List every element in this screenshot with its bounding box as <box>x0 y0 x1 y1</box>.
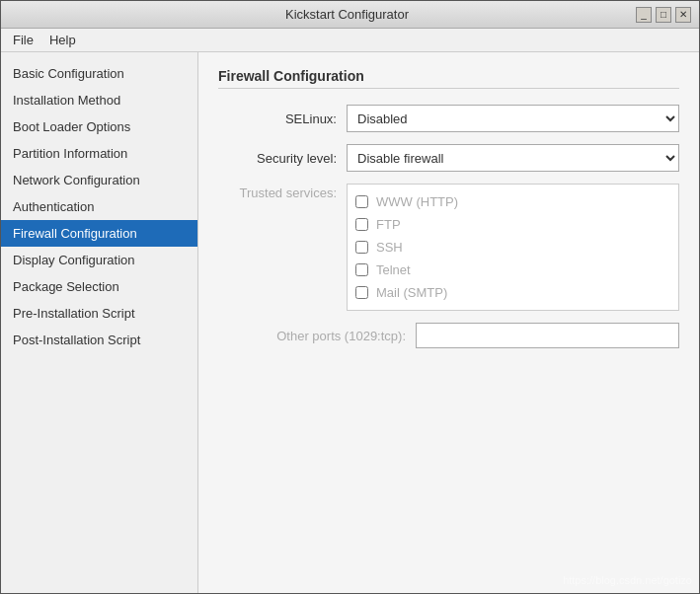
sidebar-item-post-installation-script[interactable]: Post-Installation Script <box>1 327 197 353</box>
menu-file[interactable]: File <box>5 31 41 49</box>
service-telnet: Telnet <box>355 259 670 281</box>
sidebar-item-display-configuration[interactable]: Display Configuration <box>1 247 197 273</box>
service-ftp: FTP <box>355 213 670 236</box>
service-www-label: WWW (HTTP) <box>376 194 458 209</box>
service-www-checkbox[interactable] <box>355 195 368 208</box>
close-button[interactable]: ✕ <box>675 7 691 23</box>
service-mail-label: Mail (SMTP) <box>376 285 447 300</box>
sidebar-item-package-selection[interactable]: Package Selection <box>1 273 197 300</box>
sidebar-item-basic-configuration[interactable]: Basic Configuration <box>1 60 197 87</box>
service-ssh-checkbox[interactable] <box>355 241 368 254</box>
security-level-select[interactable]: Disable firewall Enable firewall No fire… <box>347 144 679 172</box>
security-level-label: Security level: <box>218 151 347 166</box>
content-area: Basic Configuration Installation Method … <box>1 52 699 593</box>
title-bar: Kickstart Configurator _ □ ✕ <box>1 1 699 29</box>
sidebar-item-authentication[interactable]: Authentication <box>1 193 197 220</box>
selinux-row: SELinux: Disabled Enforcing Permissive <box>218 105 679 132</box>
service-ssh: SSH <box>355 236 670 259</box>
maximize-button[interactable]: □ <box>656 7 671 23</box>
main-window: Kickstart Configurator _ □ ✕ File Help B… <box>0 0 700 594</box>
other-ports-row: Other ports (1029:tcp): <box>218 323 679 348</box>
main-panel: Firewall Configuration SELinux: Disabled… <box>198 52 699 593</box>
selinux-label: SELinux: <box>218 111 347 126</box>
sidebar-item-pre-installation-script[interactable]: Pre-Installation Script <box>1 300 197 327</box>
other-ports-input[interactable] <box>416 323 679 348</box>
service-ssh-label: SSH <box>376 240 403 255</box>
sidebar-item-firewall-configuration[interactable]: Firewall Configuration <box>1 220 197 247</box>
section-title: Firewall Configuration <box>218 68 679 89</box>
window-title: Kickstart Configurator <box>58 7 636 22</box>
selinux-control: Disabled Enforcing Permissive <box>347 105 679 132</box>
sidebar-item-boot-loader-options[interactable]: Boot Loader Options <box>1 113 197 140</box>
security-level-control: Disable firewall Enable firewall No fire… <box>347 144 679 172</box>
service-telnet-checkbox[interactable] <box>355 263 368 276</box>
sidebar-item-partition-information[interactable]: Partition Information <box>1 140 197 167</box>
security-level-row: Security level: Disable firewall Enable … <box>218 144 679 172</box>
service-ftp-label: FTP <box>376 217 401 232</box>
sidebar-item-network-configuration[interactable]: Network Configuration <box>1 167 197 193</box>
trusted-services-row: Trusted services: WWW (HTTP) FTP SSH <box>218 184 679 311</box>
menu-help[interactable]: Help <box>41 31 84 49</box>
minimize-button[interactable]: _ <box>636 7 652 23</box>
service-mail-checkbox[interactable] <box>355 286 368 299</box>
watermark: https://blog.csdn.net/gotizo <box>563 574 692 586</box>
service-ftp-checkbox[interactable] <box>355 218 368 231</box>
menu-bar: File Help <box>1 29 699 52</box>
service-telnet-label: Telnet <box>376 262 411 277</box>
selinux-select[interactable]: Disabled Enforcing Permissive <box>347 105 679 132</box>
service-mail: Mail (SMTP) <box>355 281 670 304</box>
service-www: WWW (HTTP) <box>355 190 670 213</box>
trusted-services-label: Trusted services: <box>218 184 347 311</box>
services-box: WWW (HTTP) FTP SSH Telnet <box>347 184 679 311</box>
sidebar-item-installation-method[interactable]: Installation Method <box>1 87 197 113</box>
window-controls: _ □ ✕ <box>636 7 691 23</box>
other-ports-label: Other ports (1029:tcp): <box>218 329 416 343</box>
sidebar: Basic Configuration Installation Method … <box>1 52 198 593</box>
